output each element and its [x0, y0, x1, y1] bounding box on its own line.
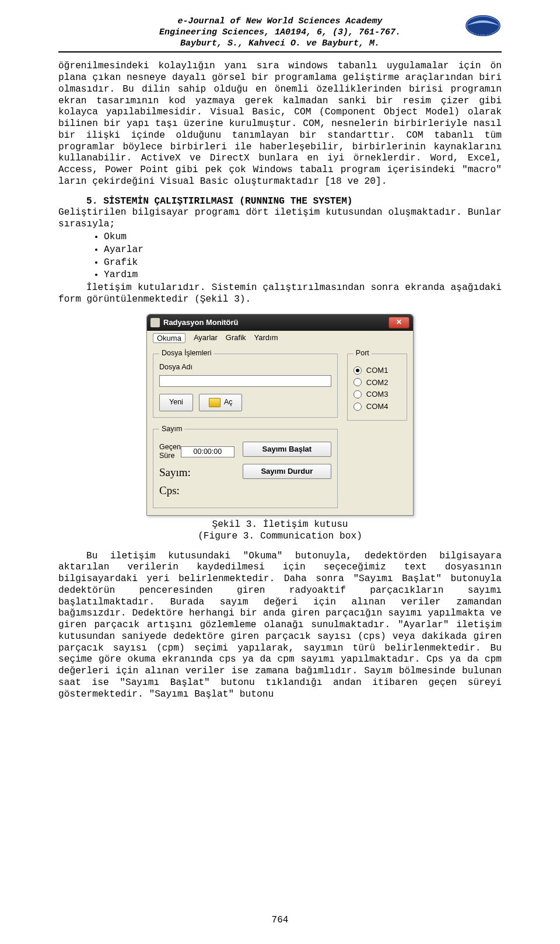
radio-icon [354, 366, 362, 375]
radio-icon [354, 403, 362, 411]
file-group-legend: Dosya İşlemleri [159, 349, 214, 358]
open-file-button[interactable]: Aç [199, 394, 243, 411]
menu-yardim[interactable]: Yardım [254, 333, 278, 344]
close-button[interactable]: ✕ [388, 317, 410, 328]
port-option-com3[interactable]: COM3 [354, 390, 401, 399]
count-group-legend: Sayım [159, 425, 184, 433]
nwsa-logo-icon: NWSA [464, 14, 502, 37]
file-name-input[interactable] [159, 375, 331, 387]
section-5-intro: Geliştirilen bilgisayar programı dört il… [58, 207, 502, 229]
elapsed-value: 00:00:00 [181, 446, 235, 457]
radio-icon [354, 390, 362, 398]
list-item: Grafik [104, 257, 502, 269]
header-line-1: e-Journal of New World Sciences Academy [58, 16, 502, 27]
elapsed-label: Geçen Süre [159, 443, 181, 461]
section-5-after-list: İletişim kutularıdır. Sistemin çalıştırı… [58, 282, 502, 306]
count-group: Sayım Geçen Süre 00:00:00 Sayım: [153, 425, 338, 508]
file-name-label: Dosya Adı [159, 363, 331, 372]
port-group-legend: Port [354, 349, 372, 358]
list-item: Yardım [104, 270, 502, 281]
dialog-title: Radyasyon Monitörü [163, 318, 239, 327]
header-line-3: Bayburt, S., Kahveci O. ve Bayburt, M. [58, 39, 502, 50]
list-item: Ayarlar [104, 244, 502, 256]
file-operations-group: Dosya İşlemleri Dosya Adı Yeni Aç [153, 349, 338, 418]
app-icon [150, 318, 160, 327]
figure-3-caption: Şekil 3. İletişim kutusu (Figure 3. Comm… [58, 519, 502, 543]
page-number: 764 [0, 915, 560, 926]
menu-ayarlar[interactable]: Ayarlar [194, 333, 218, 344]
figure-3-dialog: Radyasyon Monitörü ✕ Okuma Ayarlar Grafi… [58, 314, 502, 516]
body-paragraph-last: Bu iletişim kutusundaki "Okuma" butonuyl… [58, 551, 502, 701]
menu-okuma[interactable]: Okuma [153, 333, 186, 344]
section-5-title: 5. SİSTEMİN ÇALIŞTIRILMASI (RUNNING THE … [86, 196, 353, 207]
list-item: Okum [104, 232, 502, 243]
paper-header: e-Journal of New World Sciences Academy … [58, 16, 502, 53]
folder-open-icon [209, 398, 220, 407]
body-paragraph-1: öğrenilmesindeki kolaylığın yanı sıra wi… [58, 61, 502, 187]
dialog-menubar: Okuma Ayarlar Grafik Yardım [147, 331, 413, 347]
port-option-com1[interactable]: COM1 [354, 366, 401, 375]
close-icon: ✕ [396, 318, 402, 327]
menu-grafik[interactable]: Grafik [226, 333, 246, 344]
header-line-2: Engineering Sciences, 1A0194, 6, (3), 76… [58, 27, 502, 39]
section-5: 5. SİSTEMİN ÇALIŞTIRILMASI (RUNNING THE … [58, 196, 502, 230]
dialog-names-list: Okum Ayarlar Grafik Yardım [104, 232, 502, 281]
radio-icon [354, 378, 362, 386]
dialog-titlebar[interactable]: Radyasyon Monitörü ✕ [147, 314, 413, 331]
stop-count-button[interactable]: Sayımı Durdur [243, 464, 331, 479]
port-option-com4[interactable]: COM4 [354, 402, 401, 411]
new-file-button[interactable]: Yeni [159, 394, 193, 411]
cps-label: Cps: [159, 484, 180, 497]
port-group: Port COM1 COM2 COM3 [347, 349, 407, 421]
svg-text:NWSA: NWSA [474, 30, 492, 36]
count-label: Sayım: [159, 466, 191, 479]
port-option-com2[interactable]: COM2 [354, 378, 401, 387]
start-count-button[interactable]: Sayımı Başlat [243, 442, 331, 457]
